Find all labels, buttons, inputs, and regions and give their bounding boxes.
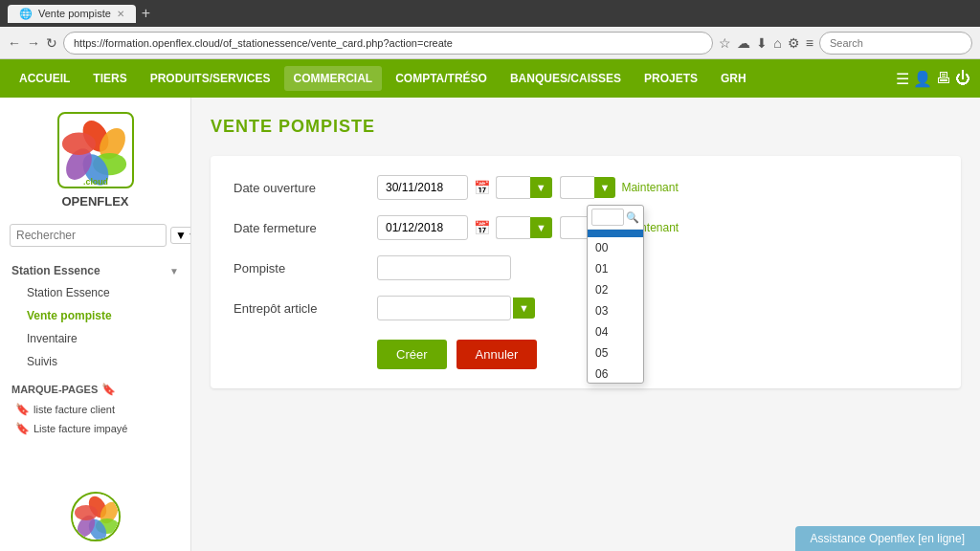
date-ouverture-inputs: 📅 ▼ 🔍 00 [377,175,938,200]
time-hours-dropdown: ▼ 🔍 00 01 02 [496,176,552,199]
sidebar: .cloud OPENFLEX ▼ Station Essence ▼ Stat… [0,98,191,551]
sidebar-logo-area: .cloud OPENFLEX [0,98,190,218]
browser-tab[interactable]: 🌐 Vente pompiste ✕ [8,5,136,23]
bookmarks-label: MARQUE-PAGES [11,384,98,395]
tab-close-icon[interactable]: ✕ [117,9,124,19]
tab-title: Vente pompiste [38,8,111,19]
browser-search-input[interactable] [819,32,972,55]
sidebar-section-station: Station Essence ▼ Station Essence Vente … [0,253,190,377]
sidebar-item-suivis[interactable]: Suivis [11,350,179,373]
bookmark-facture-impaye[interactable]: 🔖 Liste facture impayé [11,419,179,438]
sidebar-bottom-logo [0,482,190,551]
settings-icon[interactable]: ⚙ [788,35,800,51]
time-minutes-dropdown-arrow[interactable]: ▼ [594,177,616,198]
time-fermeture-hours-wrapper: ▼ [496,216,552,239]
popup-item-05[interactable]: 05 [588,342,643,364]
form-actions: Créer Annuler [234,340,938,369]
bookmark-facture-client[interactable]: 🔖 liste facture client [11,400,179,419]
menu-hamburger-icon[interactable]: ☰ [896,70,909,88]
svg-text:.cloud: .cloud [83,177,108,186]
popup-item-03[interactable]: 03 [588,300,643,321]
refresh-button[interactable]: ↻ [46,35,57,51]
time-hours-dropdown-arrow[interactable]: ▼ [530,177,552,198]
sidebar-search-select[interactable]: ▼ [170,227,191,244]
sidebar-item-vente-pompiste[interactable]: Vente pompiste [11,304,179,327]
form-row-date-fermeture: Date fermeture 📅 ▼ ▼ Maintenant [234,215,938,240]
calendar-ouverture-icon[interactable]: 📅 [474,180,490,195]
popup-item-02[interactable]: 02 [588,279,643,300]
form-row-pompiste: Pompiste [234,255,938,280]
entrepot-dropdown-arrow[interactable]: ▼ [513,298,535,319]
menu-produits[interactable]: PRODUITS/SERVICES [141,66,280,91]
popup-item-04[interactable]: 04 [588,321,643,342]
popup-item-00[interactable]: 00 [588,237,643,258]
form-row-entrepot: Entrepôt article ▼ [234,296,938,320]
menu-compta[interactable]: COMPTA/TRÉSO [386,66,497,91]
popup-item-blank[interactable] [588,230,643,237]
menu-commercial[interactable]: COMMERCIAL [284,66,383,91]
menu-user-icon[interactable]: 👤 [913,70,932,88]
menu-banques[interactable]: BANQUES/CAISSES [501,66,631,91]
popup-item-06[interactable]: 06 [588,364,643,383]
popup-search-row: 🔍 [588,206,643,230]
logo-circle: .cloud [57,112,134,188]
bookmark-add-icon[interactable]: 🔖 [101,383,116,396]
menu-tiers[interactable]: TIERS [83,66,136,91]
time-fermeture-hours-input[interactable] [496,216,530,239]
new-tab-button[interactable]: + [142,5,150,22]
star-icon[interactable]: ☆ [719,35,731,51]
svg-point-13 [75,505,98,520]
time-minutes-wrapper: ▼ [560,176,616,199]
sidebar-search-input[interactable] [10,224,167,247]
sidebar-item-station-essence[interactable]: Station Essence [11,281,179,304]
creer-button[interactable]: Créer [377,340,447,369]
download-icon[interactable]: ⬇ [756,35,768,51]
sidebar-section-header-station[interactable]: Station Essence ▼ [11,260,179,281]
svg-point-5 [61,132,95,154]
bookmarks-header: MARQUE-PAGES 🔖 [11,383,179,396]
menu-projets[interactable]: PROJETS [635,66,707,91]
maintenant-ouverture-btn[interactable]: Maintenant [621,181,678,194]
popup-item-01[interactable]: 01 [588,258,643,279]
pompiste-inputs [377,255,938,280]
popup-search-input[interactable] [591,209,624,226]
pompiste-input[interactable] [377,255,511,280]
forward-button[interactable]: → [27,35,40,51]
bookmark-label-1: liste facture client [33,404,115,415]
date-ouverture-label: Date ouverture [234,181,368,195]
calendar-fermeture-icon[interactable]: 📅 [474,220,490,235]
popup-search-icon: 🔍 [626,211,639,224]
time-hours-input[interactable] [496,176,530,199]
date-ouverture-input[interactable] [377,175,468,200]
cloud-icon[interactable]: ☁ [737,35,750,51]
browser-chrome: 🌐 Vente pompiste ✕ + [0,0,980,27]
page-title: VENTE POMPISTE [211,117,961,137]
time-minutes-input[interactable] [560,176,594,199]
sidebar-bottom-logo-img [71,492,121,541]
assistance-bar[interactable]: Assistance Openflex [en ligne] [795,526,980,551]
date-fermeture-label: Date fermeture [234,221,368,235]
menu-icon[interactable]: ≡ [806,35,813,51]
bookmark-label-2: Liste facture impayé [33,423,127,434]
home-icon[interactable]: ⌂ [773,35,781,51]
sidebar-search-area: ▼ [0,218,190,253]
menu-print-icon[interactable]: 🖶 [936,70,951,87]
date-fermeture-input[interactable] [377,215,468,240]
popup-list: 00 01 02 03 04 05 06 [588,230,643,383]
time-fermeture-hours-arrow[interactable]: ▼ [530,217,552,238]
menu-grh[interactable]: GRH [711,66,756,91]
url-bar[interactable] [63,32,713,55]
menu-power-icon[interactable]: ⏻ [955,70,970,87]
main-layout: .cloud OPENFLEX ▼ Station Essence ▼ Stat… [0,98,980,551]
back-button[interactable]: ← [8,35,21,51]
annuler-button[interactable]: Annuler [457,340,538,369]
date-fermeture-inputs: 📅 ▼ ▼ Maintenant [377,215,938,240]
sidebar-brand-name: OPENFLEX [61,194,128,209]
pompiste-label: Pompiste [234,261,368,276]
entrepot-input[interactable] [377,296,511,320]
browser-nav-bar: ← → ↻ ☆ ☁ ⬇ ⌂ ⚙ ≡ [0,27,980,59]
top-menu-bar: ACCUEIL TIERS PRODUITS/SERVICES COMMERCI… [0,59,980,98]
sidebar-item-inventaire[interactable]: Inventaire [11,327,179,350]
bookmark-icon-1: 🔖 [15,403,30,416]
menu-accueil[interactable]: ACCUEIL [10,66,79,91]
